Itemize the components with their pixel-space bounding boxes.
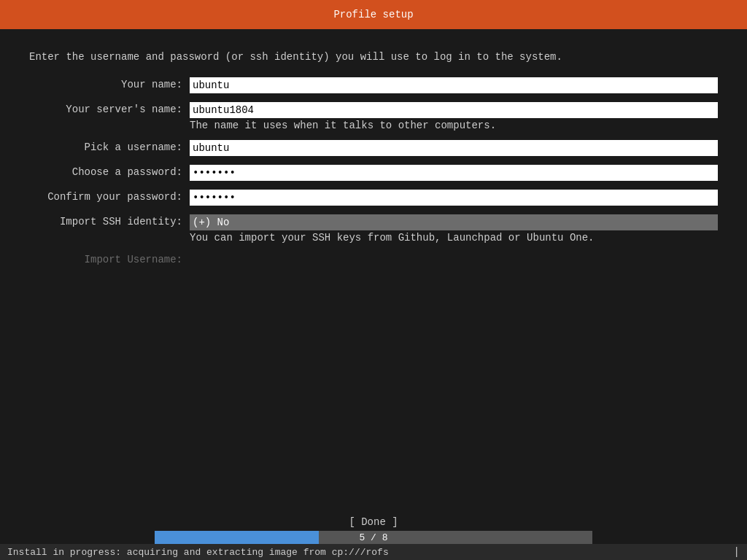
status-text: Install in progress: acquiring and extra… <box>7 547 389 558</box>
username-row: Pick a username: <box>29 140 718 156</box>
server-name-field-area: The name it uses when it talks to other … <box>190 102 718 131</box>
ssh-row: Import SSH identity: (+) No You can impo… <box>29 214 718 244</box>
your-name-input[interactable] <box>190 77 718 93</box>
import-username-label: Import Username: <box>29 252 190 265</box>
username-label: Pick a username: <box>29 140 190 153</box>
confirm-password-label: Confirm your password: <box>29 190 190 203</box>
header-bar: Profile setup <box>0 0 747 29</box>
done-button[interactable]: [ Done ] <box>334 513 412 531</box>
server-name-helper: The name it uses when it talks to other … <box>190 120 718 131</box>
confirm-password-field-area <box>190 190 718 206</box>
ssh-helper: You can import your SSH keys from Github… <box>190 232 718 244</box>
ssh-label: Import SSH identity: <box>29 214 190 228</box>
import-username-row: Import Username: <box>29 252 718 265</box>
bottom-bar: [ Done ] <box>0 513 747 531</box>
intro-text: Enter the username and password (or ssh … <box>29 51 718 63</box>
password-row: Choose a password: <box>29 165 718 181</box>
main-content: Enter the username and password (or ssh … <box>0 36 747 289</box>
your-name-field-area <box>190 77 718 93</box>
password-input[interactable] <box>190 165 718 181</box>
server-name-input[interactable] <box>190 102 718 118</box>
ssh-field-area: (+) No You can import your SSH keys from… <box>190 214 718 244</box>
header-title: Profile setup <box>333 9 413 20</box>
username-input[interactable] <box>190 140 718 156</box>
your-name-label: Your name: <box>29 77 190 90</box>
ssh-toggle-text: (+) No <box>193 217 229 228</box>
confirm-password-row: Confirm your password: <box>29 190 718 206</box>
progress-text: 5 / 8 <box>155 532 592 543</box>
password-label: Choose a password: <box>29 165 190 178</box>
ssh-toggle[interactable]: (+) No <box>190 214 718 230</box>
status-bar: Install in progress: acquiring and extra… <box>0 544 747 560</box>
progress-bar-container: 5 / 8 <box>155 531 592 544</box>
server-name-label: Your server's name: <box>29 102 190 115</box>
your-name-row: Your name: <box>29 77 718 93</box>
status-pipe: | <box>734 546 740 558</box>
password-field-area <box>190 165 718 181</box>
server-name-row: Your server's name: The name it uses whe… <box>29 102 718 131</box>
confirm-password-input[interactable] <box>190 190 718 206</box>
username-field-area <box>190 140 718 156</box>
